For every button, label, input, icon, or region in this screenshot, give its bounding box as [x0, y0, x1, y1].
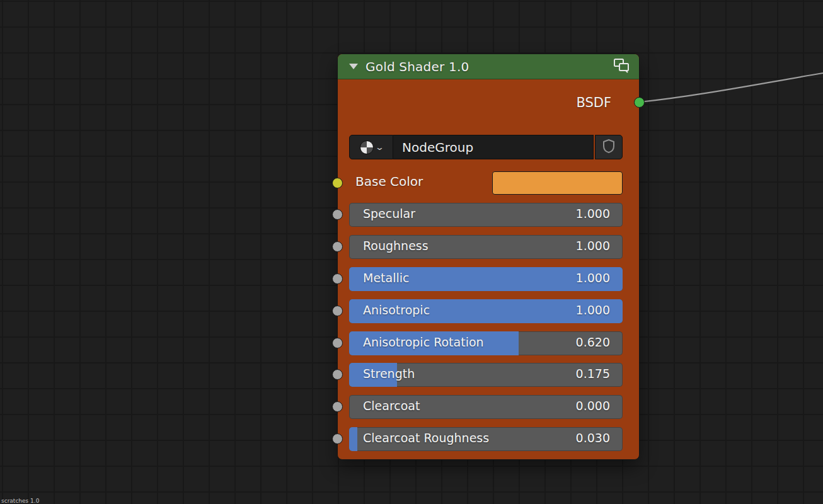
slider-label: Strength [363, 367, 415, 381]
slider-clearcoat-roughness[interactable]: Clearcoat Roughness 0.030 [349, 427, 623, 451]
input-socket-specular[interactable] [332, 209, 343, 220]
slider-value: 0.620 [576, 335, 610, 349]
slider-fill [349, 427, 357, 451]
input-socket-strength[interactable] [332, 369, 343, 380]
input-socket-roughness[interactable] [332, 241, 343, 252]
slider-anisotropic[interactable]: Anisotropic 1.000 [349, 299, 623, 323]
base-color-label: Base Color [355, 174, 423, 189]
slider-metallic[interactable]: Metallic 1.000 [349, 267, 623, 291]
slider-value: 0.175 [576, 367, 610, 381]
node-title: Gold Shader 1.0 [365, 59, 613, 74]
slider-value: 0.030 [576, 431, 610, 445]
input-socket-metallic[interactable] [332, 273, 343, 284]
fake-user-button[interactable] [595, 135, 623, 159]
input-socket-anisotropic-rotation[interactable] [332, 338, 343, 348]
base-color-swatch[interactable] [492, 171, 623, 195]
slider-anisotropic-rotation[interactable]: Anisotropic Rotation 0.620 [349, 331, 623, 355]
output-socket-bsdf[interactable] [634, 97, 645, 108]
corner-label: scratches 1.0 [1, 498, 39, 504]
slider-label: Clearcoat Roughness [363, 431, 489, 445]
slider-label: Roughness [363, 239, 429, 253]
shield-icon [602, 139, 616, 156]
output-row-bsdf: BSDF [576, 92, 611, 113]
shader-node[interactable]: Gold Shader 1.0 BSDF ⌄ NodeGroup Base [337, 54, 640, 460]
collapse-triangle-icon[interactable] [349, 64, 358, 69]
slider-label: Anisotropic [363, 303, 430, 317]
node-group-icon [613, 57, 630, 76]
input-socket-clearcoat-roughness[interactable] [332, 433, 343, 444]
slider-roughness[interactable]: Roughness 1.000 [349, 235, 623, 259]
input-row-base-color: Base Color [349, 171, 623, 195]
output-label: BSDF [576, 95, 611, 110]
nodegroup-browse-button[interactable]: ⌄ [349, 135, 393, 159]
input-socket-anisotropic[interactable] [332, 306, 343, 316]
chevron-down-icon: ⌄ [374, 143, 384, 151]
slider-label: Specular [363, 207, 415, 220]
slider-label: Metallic [363, 271, 409, 285]
slider-value: 1.000 [576, 271, 610, 285]
material-sphere-icon [360, 140, 374, 154]
nodegroup-selector: ⌄ NodeGroup [349, 135, 623, 159]
slider-label: Clearcoat [363, 399, 420, 413]
node-header[interactable]: Gold Shader 1.0 [338, 54, 639, 79]
input-socket-clearcoat[interactable] [332, 401, 343, 412]
slider-specular[interactable]: Specular 1.000 [349, 203, 623, 227]
slider-value: 0.000 [576, 399, 610, 413]
slider-label: Anisotropic Rotation [363, 335, 484, 349]
slider-clearcoat[interactable]: Clearcoat 0.000 [349, 395, 623, 419]
slider-value: 1.000 [576, 239, 610, 253]
input-socket-base-color[interactable] [332, 178, 343, 188]
slider-value: 1.000 [576, 303, 610, 317]
nodegroup-name-field[interactable]: NodeGroup [393, 135, 594, 159]
slider-strength[interactable]: Strength 0.175 [349, 363, 623, 387]
slider-value: 1.000 [576, 207, 610, 220]
